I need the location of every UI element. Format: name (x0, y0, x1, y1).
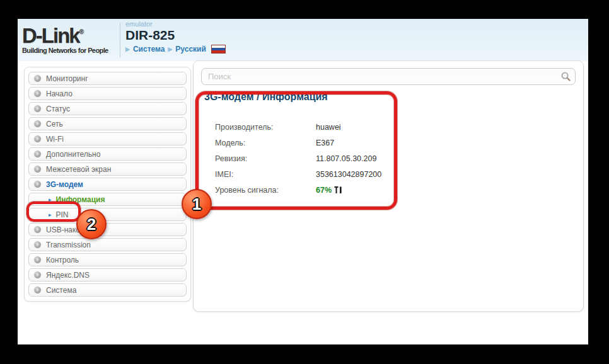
russian-flag-icon[interactable] (211, 45, 226, 54)
registered-trademark-icon: ® (79, 28, 84, 35)
sidebar-item-label: Контроль (46, 256, 79, 264)
search-input[interactable] (201, 68, 576, 85)
menu-bullet-icon: › (34, 166, 41, 173)
device-title-block: emulator DIR-825 ▶ Система ▶ Русский (125, 20, 226, 54)
sidebar-item-label: Статус (46, 105, 70, 113)
sidebar-item-home[interactable]: ›Начало (28, 87, 187, 100)
annotation-step-2-badge: 2 (76, 209, 107, 239)
annotation-highlight-info-panel (195, 91, 397, 210)
sidebar-item-label: Система (46, 286, 76, 295)
emulator-label: emulator (125, 20, 226, 28)
menu-bullet-icon: › (34, 181, 41, 188)
dlink-logo: D-Link® Building Networks for People (22, 21, 118, 54)
sidebar-item-label: Начало (46, 89, 72, 98)
annotation-highlight-pin-item (26, 202, 81, 222)
menu-bullet-icon: › (34, 256, 41, 263)
menu-bullet-icon: › (34, 75, 41, 82)
header: D-Link® Building Networks for People emu… (18, 19, 588, 61)
menu-bullet-icon: › (34, 226, 41, 233)
dlink-logo-text: D-Link® (22, 21, 118, 46)
menu-bullet-icon: › (34, 105, 41, 112)
sidebar-item-yandex-dns[interactable]: ›Яндекс.DNS (28, 268, 187, 282)
sidebar-item-monitoring[interactable]: ›Мониторинг (28, 72, 187, 85)
sidebar-item-status[interactable]: ›Статус (28, 102, 187, 115)
sidebar-item-label: Мониторинг (46, 74, 88, 83)
breadcrumb-link-language[interactable]: Русский (175, 45, 206, 54)
sidebar-item-control[interactable]: ›Контроль (28, 253, 187, 266)
menu-bullet-icon: › (34, 241, 41, 248)
sidebar-item-transmission[interactable]: ›Transmission (28, 238, 187, 251)
sidebar-item-label: Сеть (46, 120, 63, 128)
sidebar-item-label: Яндекс.DNS (46, 271, 90, 280)
search-bar (201, 68, 576, 85)
menu-bullet-icon: › (34, 287, 41, 293)
sidebar-item-advanced[interactable]: ›Дополнительно (28, 147, 187, 161)
sidebar-item-label: Дополнительно (46, 150, 100, 159)
menu-bullet-icon: › (34, 271, 41, 278)
header-divider (120, 23, 120, 57)
menu-bullet-icon: › (34, 120, 41, 127)
menu-bullet-icon: › (34, 135, 41, 142)
sidebar: ›Мониторинг›Начало›Статус›Сеть›Wi-Fi›Доп… (24, 67, 191, 302)
breadcrumb-arrow-icon: ▶ (168, 46, 172, 52)
sidebar-item-label: Wi-Fi (46, 135, 64, 144)
sidebar-item-label: Transmission (46, 241, 91, 249)
annotation-step-2-number: 2 (87, 215, 96, 234)
sidebar-item-3g-modem[interactable]: ›3G-модем (28, 178, 187, 191)
breadcrumb: ▶ Система ▶ Русский (125, 45, 226, 54)
sidebar-item-wifi[interactable]: ›Wi-Fi (28, 132, 187, 145)
breadcrumb-link-system[interactable]: Система (133, 45, 165, 54)
dlink-logo-tagline: Building Networks for People (22, 47, 118, 54)
sidebar-item-system[interactable]: ›Система (28, 283, 187, 297)
sidebar-item-label: 3G-модем (46, 180, 83, 189)
menu-bullet-icon: › (34, 90, 41, 97)
sidebar-item-firewall[interactable]: ›Межсетевой экран (28, 162, 187, 176)
device-model-title: DIR-825 (125, 28, 226, 43)
breadcrumb-arrow-icon: ▶ (125, 46, 130, 52)
sidebar-item-network[interactable]: ›Сеть (28, 117, 187, 130)
annotation-step-1-number: 1 (192, 195, 201, 214)
search-icon (560, 71, 571, 82)
sidebar-item-usb-storage[interactable]: ›USB-накопитель (28, 223, 187, 236)
annotation-step-1-badge: 1 (182, 189, 212, 219)
sidebar-item-label: Межсетевой экран (46, 165, 111, 174)
menu-bullet-icon: › (34, 151, 41, 157)
